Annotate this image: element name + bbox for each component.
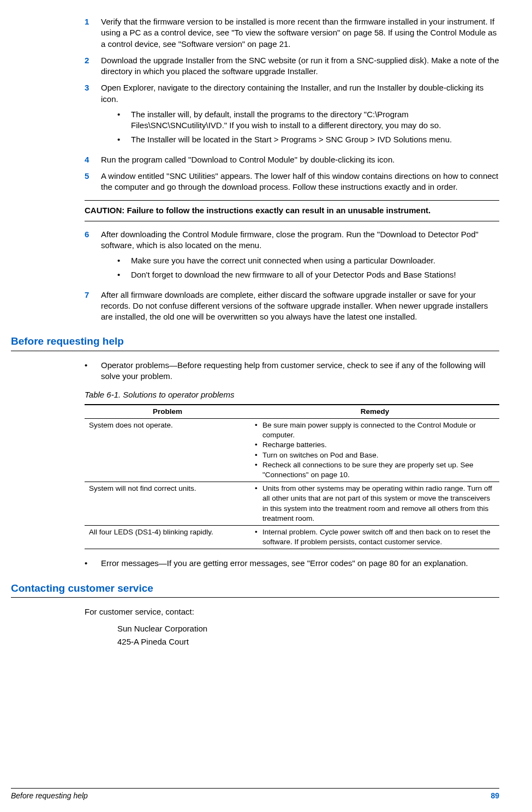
bullet-icon: •: [85, 360, 101, 382]
step-7: 7 After all firmware downloads are compl…: [11, 290, 499, 323]
sub-bullet-text: The installer will, by default, install …: [131, 109, 499, 131]
contact-intro: For customer service, contact:: [11, 606, 499, 617]
contact-line: 425-A Pineda Court: [11, 636, 499, 647]
table-header-problem: Problem: [85, 405, 250, 419]
section-rule: [11, 597, 499, 598]
step-number: 1: [85, 16, 101, 50]
table-row: All four LEDS (DS1-4) blinking rapidly.•…: [85, 526, 499, 549]
remedy-item: •Recharge batteries.: [255, 440, 495, 450]
remedy-text: Recheck all connections to be sure they …: [262, 460, 495, 480]
table-caption: Table 6-1. Solutions to operator problem…: [85, 389, 499, 400]
body-bullet: • Operator problems—Before requesting he…: [11, 360, 499, 382]
bullet-icon: •: [255, 527, 262, 547]
step-text: After downloading the Control Module fir…: [101, 230, 479, 250]
bullet-icon: •: [255, 460, 262, 480]
step-number: 6: [85, 229, 101, 284]
step-text: Run the program called "Download to Cont…: [101, 154, 499, 165]
sub-bullet-text: Make sure you have the correct unit conn…: [131, 255, 435, 266]
remedy-text: Units from other systems may be operatin…: [262, 484, 495, 524]
body-bullet-text: Error messages—If you are getting error …: [101, 558, 468, 569]
remedy-cell: •Be sure main power supply is connected …: [250, 418, 499, 482]
bullet-icon: •: [117, 109, 131, 131]
step-text: Open Explorer, navigate to the directory…: [101, 83, 483, 103]
section-heading-before-help: Before requesting help: [11, 334, 499, 348]
table-row: System does not operate.•Be sure main po…: [85, 418, 499, 482]
remedy-cell: •Units from other systems may be operati…: [250, 482, 499, 526]
bullet-icon: •: [85, 558, 101, 569]
remedy-text: Internal problem. Cycle power switch off…: [262, 527, 495, 547]
problem-cell: All four LEDS (DS1-4) blinking rapidly.: [85, 526, 250, 549]
step-text: Download the upgrade Installer from the …: [101, 55, 499, 77]
table-header-remedy: Remedy: [250, 405, 499, 419]
problem-cell: System will not find correct units.: [85, 482, 250, 526]
sub-bullet: • The Installer will be located in the S…: [117, 134, 499, 145]
caution-box: CAUTION: Failure to follow the instructi…: [85, 200, 499, 221]
step-2: 2 Download the upgrade Installer from th…: [11, 55, 499, 77]
sub-bullet: • The installer will, by default, instal…: [117, 109, 499, 131]
sub-bullet-list: • Make sure you have the correct unit co…: [101, 255, 499, 281]
contact-line: Sun Nuclear Corporation: [11, 623, 499, 634]
sub-bullet-list: • The installer will, by default, instal…: [101, 109, 499, 146]
remedy-item: •Be sure main power supply is connected …: [255, 420, 495, 440]
step-number: 7: [85, 290, 101, 323]
remedy-cell: •Internal problem. Cycle power switch of…: [250, 526, 499, 549]
step-3: 3 Open Explorer, navigate to the directo…: [11, 82, 499, 148]
table-row: System will not find correct units.•Unit…: [85, 482, 499, 526]
bullet-icon: •: [255, 450, 262, 460]
remedy-text: Be sure main power supply is connected t…: [262, 420, 495, 440]
step-number: 5: [85, 171, 101, 193]
remedy-text: Turn on switches on Pod and Base.: [262, 450, 379, 460]
step-6: 6 After downloading the Control Module f…: [11, 229, 499, 284]
bullet-icon: •: [117, 255, 131, 266]
bullet-icon: •: [255, 420, 262, 440]
step-text: Verify that the firmware version to be i…: [101, 16, 499, 50]
step-text: After all firmware downloads are complet…: [101, 290, 499, 323]
sub-bullet: • Don't forget to download the new firmw…: [117, 269, 499, 280]
sub-bullet-text: The Installer will be located in the Sta…: [131, 134, 452, 145]
step-text: A window entitled "SNC Utilities" appear…: [101, 171, 499, 193]
step-4: 4 Run the program called "Download to Co…: [11, 154, 499, 165]
sub-bullet: • Make sure you have the correct unit co…: [117, 255, 499, 266]
step-body: Open Explorer, navigate to the directory…: [101, 82, 499, 148]
remedy-item: •Units from other systems may be operati…: [255, 484, 495, 524]
solutions-table: Problem Remedy System does not operate.•…: [85, 404, 499, 550]
step-body: After downloading the Control Module fir…: [101, 229, 499, 284]
problem-cell: System does not operate.: [85, 418, 250, 482]
step-number: 3: [85, 82, 101, 148]
remedy-item: •Recheck all connections to be sure they…: [255, 460, 495, 480]
section-rule: [11, 351, 499, 351]
remedy-item: •Turn on switches on Pod and Base.: [255, 450, 495, 460]
step-number: 4: [85, 154, 101, 165]
body-bullet: • Error messages—If you are getting erro…: [11, 558, 499, 569]
bullet-icon: •: [117, 269, 131, 280]
bullet-icon: •: [255, 440, 262, 450]
step-5: 5 A window entitled "SNC Utilities" appe…: [11, 171, 499, 193]
section-heading-contact: Contacting customer service: [11, 581, 499, 596]
remedy-text: Recharge batteries.: [262, 440, 327, 450]
bullet-icon: •: [117, 134, 131, 145]
remedy-item: •Internal problem. Cycle power switch of…: [255, 527, 495, 547]
step-1: 1 Verify that the firmware version to be…: [11, 16, 499, 50]
sub-bullet-text: Don't forget to download the new firmwar…: [131, 269, 456, 280]
body-bullet-text: Operator problems—Before requesting help…: [101, 360, 499, 382]
step-number: 2: [85, 55, 101, 77]
bullet-icon: •: [255, 484, 262, 524]
